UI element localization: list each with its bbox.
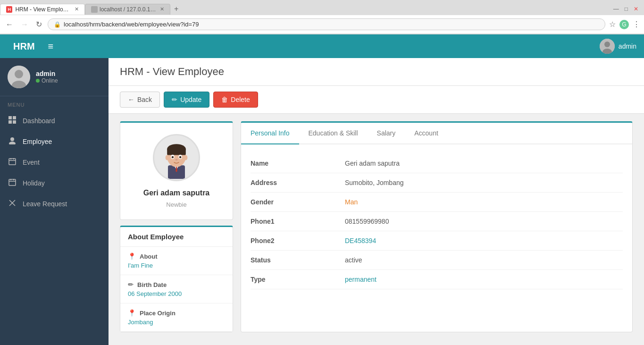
svg-point-29	[166, 155, 169, 160]
maximize-btn[interactable]: □	[623, 5, 630, 13]
back-button[interactable]: ← Back	[120, 92, 160, 108]
sidebar-label-event: Event	[23, 159, 40, 166]
tab-label: HRM - View Employee	[15, 6, 70, 13]
sidebar-username: admin	[36, 70, 58, 77]
svg-rect-12	[9, 159, 16, 165]
info-label: Status	[251, 256, 345, 264]
trash-icon: 🗑	[221, 96, 228, 103]
top-navbar: HRM ≡ admin	[0, 34, 644, 58]
tab2-favicon	[91, 6, 98, 13]
profile-role: Newbie	[166, 201, 186, 208]
delete-label: Delete	[231, 96, 250, 103]
sidebar-item-dashboard[interactable]: Dashboard	[0, 110, 109, 131]
birth-value: 06 September 2000	[128, 290, 225, 297]
tabs-header: Personal Info Education & Skill Salary A…	[241, 123, 632, 144]
svg-point-30	[184, 155, 187, 160]
profile-card: Geri adam saputra Newbie	[120, 121, 233, 220]
update-button[interactable]: ✏ Update	[164, 92, 209, 108]
svg-point-34	[179, 156, 182, 159]
svg-rect-8	[8, 120, 12, 124]
delete-button[interactable]: 🗑 Delete	[213, 92, 258, 108]
tab-account[interactable]: Account	[405, 123, 448, 144]
hamburger-icon[interactable]: ≡	[48, 41, 54, 52]
action-bar: ← Back ✏ Update 🗑 Delete	[109, 86, 644, 114]
tab-close-btn[interactable]: ✕	[75, 6, 79, 12]
sidebar-item-leave-request[interactable]: Leave Request	[0, 194, 109, 214]
navbar-username: admin	[619, 42, 636, 50]
bookmark-btn[interactable]: ☆	[609, 20, 616, 29]
tab-salary[interactable]: Salary	[368, 123, 405, 144]
app-wrapper: HRM ≡ admin	[0, 34, 644, 345]
tab-inactive[interactable]: localhost / 127.0.0.1 / ba... ✕	[85, 4, 170, 15]
place-value: Jombang	[128, 319, 225, 326]
info-label: Phone2	[251, 237, 345, 244]
minimize-btn[interactable]: —	[611, 5, 621, 13]
page-header: HRM - View Employee	[109, 58, 644, 86]
svg-point-33	[172, 156, 174, 159]
info-label: Phone1	[251, 218, 345, 225]
table-row: AddressSumobito, Jombang	[251, 173, 623, 193]
about-header: About Employee	[120, 227, 233, 247]
place-section: 📍 Place Origin Jombang	[120, 303, 233, 332]
info-value: DE458394	[345, 237, 376, 244]
about-card: About Employee 📍 About I'am Fine ✏ Bi	[120, 226, 233, 332]
table-row: Statusactive	[251, 251, 623, 270]
content-area: HRM - View Employee ← Back ✏ Update 🗑 De…	[109, 58, 644, 345]
birth-section: ✏ Birth Date 06 September 2000	[120, 275, 233, 303]
tab2-close-btn[interactable]: ✕	[160, 6, 164, 12]
navbar-right: admin	[600, 39, 636, 54]
navbar-left: HRM ≡	[8, 41, 53, 52]
browser-menu-btn[interactable]: G	[619, 20, 629, 29]
info-label: Address	[251, 179, 345, 186]
table-row: Phone2DE458394	[251, 231, 623, 251]
forward-nav-btn[interactable]: →	[19, 19, 30, 30]
tab-account-label: Account	[414, 129, 438, 137]
extensions-btn[interactable]: ⋮	[633, 20, 640, 29]
page-title: HRM - View Employee	[120, 66, 633, 78]
sidebar-item-event[interactable]: Event	[0, 152, 109, 173]
about-section: 📍 About I'am Fine	[120, 247, 233, 275]
sidebar-avatar-svg	[8, 66, 30, 88]
sidebar-label-holiday: Holiday	[23, 179, 45, 187]
new-tab-button[interactable]: +	[170, 4, 182, 14]
info-label: Type	[251, 276, 345, 283]
tab-education-skill[interactable]: Education & Skill	[299, 123, 368, 144]
address-input[interactable]: 🔒 localhost/hrm/backend/web/employee/vie…	[48, 18, 605, 30]
location-icon: 📍	[128, 252, 136, 260]
url-text: localhost/hrm/backend/web/employee/view?…	[64, 21, 199, 28]
svg-point-37	[175, 159, 177, 161]
tab-bar: H HRM - View Employee ✕ localhost / 127.…	[0, 0, 644, 15]
svg-point-10	[10, 137, 14, 141]
navbar-avatar	[600, 39, 615, 54]
about-title: 📍 About	[128, 252, 225, 260]
sidebar-item-employee[interactable]: Employee	[0, 131, 109, 152]
tab-favicon: H	[6, 6, 12, 13]
sidebar-item-holiday[interactable]: Holiday	[0, 173, 109, 194]
sidebar-label-leave: Leave Request	[23, 200, 67, 208]
lock-icon: 🔒	[54, 21, 61, 28]
sidebar-status: Online	[36, 77, 58, 84]
info-value: permanent	[345, 276, 376, 283]
info-value: Geri adam saputra	[345, 160, 400, 167]
table-row: GenderMan	[251, 193, 623, 212]
employee-icon	[8, 137, 17, 146]
svg-point-11	[9, 142, 16, 144]
holiday-icon	[8, 178, 17, 188]
tab-personal-info[interactable]: Personal Info	[241, 123, 299, 144]
table-row: Phone1081559969980	[251, 212, 623, 231]
back-arrow-icon: ←	[128, 96, 134, 103]
info-rows-container: NameGeri adam saputraAddressSumobito, Jo…	[251, 154, 623, 289]
table-row: Typepermanent	[251, 270, 623, 289]
info-value: Sumobito, Jombang	[345, 179, 404, 186]
svg-rect-28	[167, 148, 186, 155]
tab-active[interactable]: H HRM - View Employee ✕	[0, 4, 85, 15]
svg-rect-6	[8, 116, 12, 119]
back-nav-btn[interactable]: ←	[4, 19, 15, 30]
event-icon	[8, 158, 17, 167]
employee-content: Geri adam saputra Newbie About Employee …	[109, 114, 644, 340]
address-bar-row: ← → ↻ 🔒 localhost/hrm/backend/web/employ…	[0, 15, 644, 34]
sidebar-label-dashboard: Dashboard	[23, 117, 55, 125]
reload-btn[interactable]: ↻	[34, 19, 44, 30]
sidebar-avatar	[8, 66, 30, 88]
close-btn[interactable]: ✕	[632, 5, 640, 13]
